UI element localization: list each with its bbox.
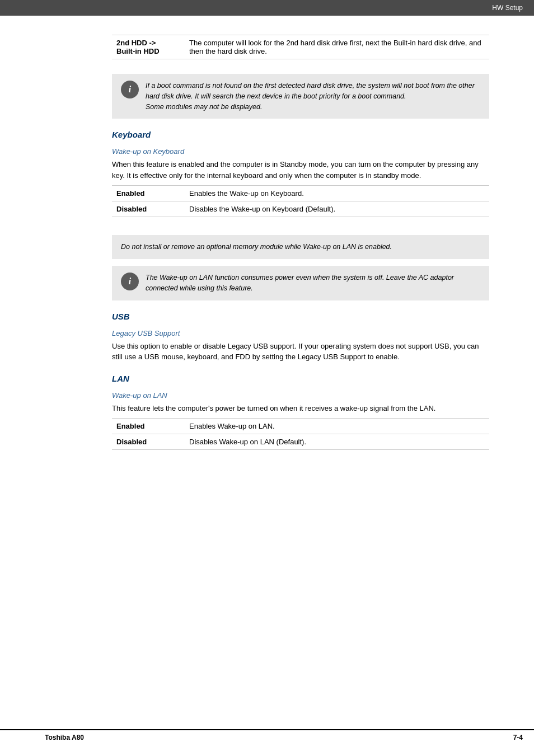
footer-left: Toshiba A80 — [45, 734, 84, 741]
lan-heading: LAN — [112, 374, 489, 383]
note-box-1-text: Do not install or remove an optional mem… — [121, 242, 480, 252]
lan-enabled-row: Enabled Enables Wake-up on LAN. — [112, 419, 489, 434]
keyboard-disabled-row: Disabled Disables the Wake-up on Keyboar… — [112, 201, 489, 217]
info-box-1-text: If a boot command is not found on the fi… — [146, 81, 480, 112]
note-box-1: Do not install or remove an optional mem… — [112, 235, 489, 259]
wake-up-keyboard-heading: Wake-up on Keyboard — [112, 147, 489, 156]
lan-disabled-row: Disabled Disables Wake-up on LAN (Defaul… — [112, 434, 489, 450]
info-box-2-text: The Wake-up on LAN function consumes pow… — [146, 273, 480, 294]
page-container: HW Setup 2nd HDD -> Built-in HDD The com… — [0, 0, 534, 756]
keyboard-enabled-row: Enabled Enables the Wake-up on Keyboard. — [112, 186, 489, 201]
info-box-1: i If a boot command is not found on the … — [112, 74, 489, 119]
usb-heading: USB — [112, 312, 489, 321]
info-icon-1: i — [121, 81, 139, 98]
hdd-row: 2nd HDD -> Built-in HDD The computer wil… — [112, 35, 489, 59]
hdd-table: 2nd HDD -> Built-in HDD The computer wil… — [112, 35, 489, 59]
footer-right: 7-4 — [513, 734, 523, 741]
hdd-label-line2: Built-in HDD — [116, 47, 180, 55]
wake-up-lan-heading: Wake-up on LAN — [112, 391, 489, 400]
lan-enabled-description: Enables Wake-up on LAN. — [185, 419, 489, 434]
info-box-2: i The Wake-up on LAN function consumes p… — [112, 266, 489, 300]
hdd-label: 2nd HDD -> Built-in HDD — [112, 35, 185, 59]
footer: Toshiba A80 7-4 — [0, 729, 534, 745]
info-icon-2: i — [121, 273, 139, 290]
hdd-description: The computer will look for the 2nd hard … — [185, 35, 489, 59]
wake-up-keyboard-description: When this feature is enabled and the com… — [112, 159, 489, 181]
keyboard-disabled-label: Disabled — [112, 201, 185, 217]
content-area: 2nd HDD -> Built-in HDD The computer wil… — [0, 16, 534, 475]
lan-enabled-label: Enabled — [112, 419, 185, 434]
top-bar: HW Setup — [0, 0, 534, 16]
keyboard-disabled-description: Disables the Wake-up on Keyboard (Defaul… — [185, 201, 489, 217]
keyboard-heading: Keyboard — [112, 130, 489, 139]
legacy-usb-description: Use this option to enable or disable Leg… — [112, 341, 489, 363]
legacy-usb-heading: Legacy USB Support — [112, 329, 489, 337]
wake-up-lan-description: This feature lets the computer's power b… — [112, 403, 489, 414]
lan-disabled-label: Disabled — [112, 434, 185, 450]
top-bar-label: HW Setup — [492, 4, 523, 12]
hdd-label-line1: 2nd HDD -> — [116, 39, 180, 47]
lan-disabled-description: Disables Wake-up on LAN (Default). — [185, 434, 489, 450]
lan-table: Enabled Enables Wake-up on LAN. Disabled… — [112, 418, 489, 450]
keyboard-enabled-description: Enables the Wake-up on Keyboard. — [185, 186, 489, 201]
keyboard-table: Enabled Enables the Wake-up on Keyboard.… — [112, 185, 489, 217]
keyboard-enabled-label: Enabled — [112, 186, 185, 201]
